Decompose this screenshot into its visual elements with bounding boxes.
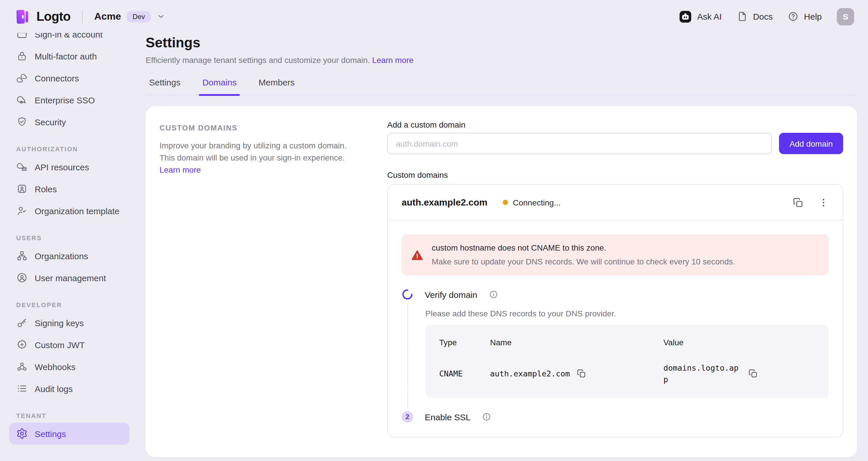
sidebar-item-enterprise-sso[interactable]: Enterprise SSO — [9, 89, 129, 111]
sidebar: Sign-in & account Multi-factor auth Conn… — [0, 33, 139, 461]
sidebar-item-webhooks[interactable]: Webhooks — [9, 356, 129, 377]
domain-card-header: auth.example2.com Connecting... — [388, 185, 843, 221]
sidebar-item-label: Webhooks — [35, 362, 75, 371]
copy-name-button[interactable] — [577, 369, 586, 378]
gear-icon — [16, 428, 28, 439]
tab-members[interactable]: Members — [258, 77, 295, 95]
domain-setup-steps: Verify domain Please add these DNS recor… — [402, 288, 829, 423]
sidebar-item-label: Audit logs — [35, 384, 73, 393]
sidebar-item-label: User management — [35, 273, 106, 283]
ask-ai-label: Ask AI — [697, 11, 722, 21]
domain-more-button[interactable] — [818, 197, 829, 207]
spinner-icon — [402, 289, 413, 300]
cloud-box-icon — [16, 161, 28, 173]
sidebar-item-custom-jwt[interactable]: Custom JWT — [9, 334, 129, 356]
dns-record-name: auth.example2.com — [490, 369, 570, 378]
copy-icon — [577, 369, 586, 378]
help-button[interactable]: Help — [788, 11, 822, 22]
add-domain-label: Add a custom domain — [387, 120, 843, 129]
help-circle-icon — [788, 11, 799, 22]
tenant-name: Acme — [94, 11, 121, 22]
info-icon[interactable] — [482, 412, 491, 422]
sidebar-item-mfa[interactable]: Multi-factor auth — [9, 45, 129, 67]
kebab-menu-icon — [818, 197, 829, 207]
sidebar-item-connectors[interactable]: Connectors — [9, 67, 129, 89]
topbar: Logto Acme Dev — [0, 0, 868, 33]
custom-domain-input[interactable] — [387, 133, 772, 154]
logto-console: Logto Acme Dev — [0, 0, 868, 461]
custom-domains-list-label: Custom domains — [387, 170, 843, 179]
copy-domain-button[interactable] — [793, 197, 803, 207]
enable-ssl-title: Enable SSL — [425, 412, 470, 422]
ask-ai-button[interactable]: Ask AI — [679, 10, 722, 23]
sidebar-item-security[interactable]: Security — [9, 111, 129, 133]
section-title: CUSTOM DOMAINS — [159, 124, 350, 132]
docs-label: Docs — [753, 11, 773, 21]
cloud-key-icon — [16, 94, 28, 106]
tab-bar: Settings Domains Members — [146, 77, 857, 95]
step-2-badge: 2 — [402, 411, 413, 423]
domain-status: Connecting... — [502, 198, 561, 207]
dns-col-type: Type — [439, 338, 490, 347]
document-icon — [737, 11, 748, 22]
logto-brand[interactable]: Logto — [14, 8, 70, 25]
tenant-selector[interactable]: Acme Dev — [94, 11, 165, 22]
help-label: Help — [804, 11, 822, 21]
list-icon — [16, 383, 28, 394]
domain-name: auth.example2.com — [402, 197, 488, 207]
sidebar-item-label: Signing keys — [35, 318, 84, 328]
person-circle-icon — [16, 272, 28, 284]
section-description: Improve your branding by utilizing a cus… — [159, 140, 350, 176]
dns-col-name: Name — [490, 338, 663, 347]
topbar-divider — [82, 10, 83, 23]
sidebar-item-signing-keys[interactable]: Signing keys — [9, 312, 129, 334]
sidebar-section-authorization: AUTHORIZATION — [9, 133, 129, 156]
key-icon — [16, 317, 28, 329]
tab-domains[interactable]: Domains — [202, 77, 236, 95]
dns-record-value: domains.logto.app — [663, 362, 741, 385]
sidebar-item-label: Settings — [35, 429, 66, 438]
sidebar-item-api-resources[interactable]: API resources — [9, 156, 129, 178]
add-domain-button[interactable]: Add domain — [779, 133, 843, 154]
tab-settings[interactable]: Settings — [149, 77, 180, 95]
page-subtitle: Efficiently manage tenant settings and c… — [146, 56, 857, 65]
seal-plus-icon — [16, 339, 28, 351]
step-connector-line — [407, 304, 408, 407]
sidebar-item-settings[interactable]: Settings — [9, 423, 129, 444]
main-content: Settings Efficiently manage tenant setti… — [139, 33, 868, 461]
copy-value-button[interactable] — [748, 369, 757, 378]
sidebar-section-developer: DEVELOPER — [9, 289, 129, 312]
sidebar-item-organization-template[interactable]: Organization template — [9, 200, 129, 222]
subtitle-learn-more-link[interactable]: Learn more — [372, 56, 413, 65]
org-chart-icon — [16, 250, 28, 262]
sidebar-item-label: Sign-in & account — [35, 33, 102, 39]
dns-record-type: CNAME — [439, 369, 490, 378]
sidebar-item-label: Security — [35, 117, 66, 127]
sidebar-item-sign-in-account[interactable]: Sign-in & account — [9, 33, 129, 45]
alert-title: custom hostname does not CNAME to this z… — [432, 242, 735, 254]
sidebar-section-tenant: TENANT — [9, 399, 129, 423]
domain-card: auth.example2.com Connecting... — [387, 184, 843, 438]
dns-record-row: CNAME auth.example2.com — [439, 362, 815, 385]
step-enable-ssl: 2 Enable SSL — [402, 410, 829, 423]
webhook-icon — [16, 361, 28, 372]
section-learn-more-link[interactable]: Learn more — [159, 165, 201, 174]
verify-domain-title: Verify domain — [425, 290, 477, 299]
user-avatar[interactable]: S — [837, 8, 854, 25]
sidebar-item-label: Connectors — [35, 73, 79, 83]
tenant-env-badge: Dev — [127, 11, 151, 22]
sidebar-item-organizations[interactable]: Organizations — [9, 245, 129, 267]
dns-col-value: Value — [663, 338, 815, 347]
chevron-down-icon — [157, 12, 165, 21]
dns-records-table: Type Name Value CNAME auth.example2.com — [425, 325, 829, 398]
sidebar-item-label: Custom JWT — [35, 340, 85, 350]
sidebar-item-user-management[interactable]: User management — [9, 267, 129, 289]
section-description-text: Improve your branding by utilizing a cus… — [159, 141, 346, 162]
sidebar-item-roles[interactable]: Roles — [9, 178, 129, 200]
info-icon[interactable] — [489, 290, 498, 299]
alert-description: Make sure to update your DNS records. We… — [432, 256, 735, 268]
sidebar-section-users: USERS — [9, 222, 129, 245]
docs-button[interactable]: Docs — [737, 11, 773, 22]
dns-error-alert: custom hostname does not CNAME to this z… — [402, 234, 829, 275]
sidebar-item-audit-logs[interactable]: Audit logs — [9, 377, 129, 399]
